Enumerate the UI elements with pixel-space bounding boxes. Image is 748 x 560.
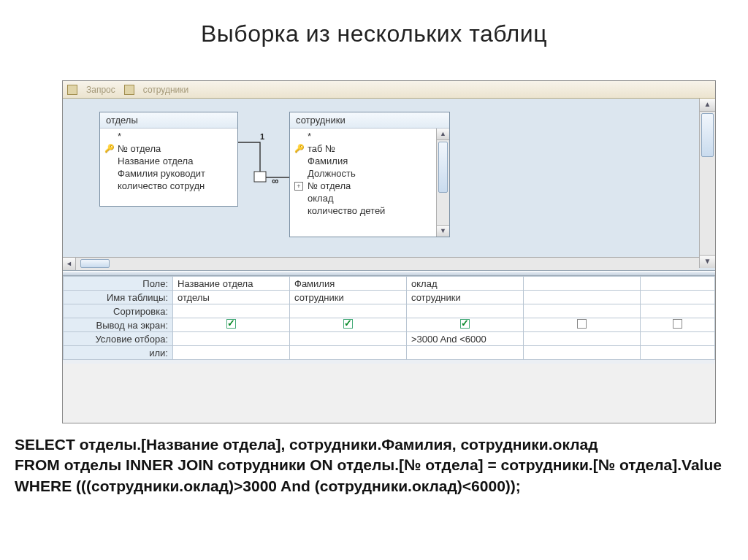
row-header: Сортировка: — [64, 304, 173, 318]
grid-cell[interactable]: сотрудники — [407, 291, 524, 304]
grid-cell[interactable] — [407, 346, 524, 360]
field-row[interactable]: Фамилия руководит — [103, 167, 234, 180]
field-row[interactable]: 🔑таб № — [293, 142, 433, 155]
tab-1[interactable]: Запрос — [86, 85, 115, 95]
table-title: отделы — [100, 112, 237, 129]
field-row[interactable]: +№ отдела — [293, 180, 433, 192]
grid-cell[interactable] — [290, 318, 407, 332]
scroll-down-icon[interactable]: ▼ — [437, 225, 449, 237]
tab-icon — [67, 85, 77, 95]
field-row[interactable]: оклад — [293, 192, 433, 204]
svg-rect-0 — [254, 172, 266, 182]
grid-cell[interactable] — [290, 346, 407, 360]
grid-cell[interactable] — [173, 346, 290, 360]
splitter[interactable] — [63, 271, 715, 276]
scroll-down-icon[interactable]: ▼ — [700, 255, 715, 268]
grid-row-criteria: Условие отбора: >3000 And <6000 — [64, 332, 715, 346]
grid-cell[interactable] — [173, 318, 290, 332]
field-row[interactable]: количество детей — [293, 204, 433, 217]
pane-hscrollbar[interactable]: ◄ — [63, 257, 699, 270]
scroll-thumb[interactable] — [701, 113, 714, 157]
grid-row-show: Вывод на экран: — [64, 318, 715, 332]
row-header: Поле: — [64, 277, 173, 291]
pane-vscrollbar[interactable]: ▲ ▼ — [699, 99, 715, 268]
field-row[interactable]: * — [293, 130, 433, 142]
grid-cell[interactable] — [641, 304, 715, 318]
show-checkbox[interactable] — [460, 319, 470, 329]
grid-cell[interactable] — [407, 304, 524, 318]
table-scrollbar[interactable]: ▲ ▼ — [436, 129, 449, 237]
grid-cell[interactable] — [641, 277, 715, 291]
grid-row-or: или: — [64, 346, 715, 360]
key-icon: 🔑 — [294, 144, 305, 153]
grid-row-sort: Сортировка: — [64, 304, 715, 318]
grid-cell[interactable] — [407, 318, 524, 332]
grid-cell[interactable] — [641, 346, 715, 360]
grid-cell[interactable] — [173, 304, 290, 318]
grid-row-table: Имя таблицы: отделы сотрудники сотрудник… — [64, 291, 715, 304]
field-row[interactable]: Должность — [293, 167, 433, 180]
row-header: Условие отбора: — [64, 332, 173, 346]
query-designer-window: Запрос сотрудники отделы * 🔑№ отдела Наз… — [62, 80, 716, 423]
tab-strip: Запрос сотрудники — [63, 81, 715, 99]
grid-cell[interactable] — [290, 332, 407, 346]
scroll-left-icon[interactable]: ◄ — [63, 258, 76, 270]
sql-text: SELECT отделы.[Название отдела], сотрудн… — [15, 434, 733, 496]
table-sotrudniki[interactable]: сотрудники * 🔑таб № Фамилия Должность +№… — [289, 112, 450, 237]
join-many-label: ∞ — [272, 175, 278, 186]
key-icon: 🔑 — [104, 144, 115, 153]
query-grid: Поле: Название отдела Фамилия оклад Имя … — [63, 276, 715, 364]
grid-cell[interactable] — [641, 318, 715, 332]
grid-cell[interactable]: сотрудники — [290, 291, 407, 304]
show-checkbox[interactable] — [577, 319, 587, 329]
grid-cell[interactable]: Название отдела — [173, 277, 290, 291]
sql-line: SELECT отделы.[Название отдела], сотрудн… — [15, 434, 733, 455]
tab-2[interactable]: сотрудники — [143, 85, 188, 95]
grid-cell[interactable] — [524, 277, 641, 291]
scroll-thumb[interactable] — [438, 142, 448, 193]
grid-cell[interactable] — [524, 346, 641, 360]
grid-cell[interactable] — [524, 291, 641, 304]
grid-row-field: Поле: Название отдела Фамилия оклад — [64, 277, 715, 291]
table-otdely[interactable]: отделы * 🔑№ отдела Название отдела Фамил… — [99, 112, 238, 207]
grid-cell[interactable]: отделы — [173, 291, 290, 304]
scroll-up-icon[interactable]: ▲ — [700, 99, 715, 112]
scroll-up-icon[interactable]: ▲ — [437, 129, 449, 140]
field-row[interactable]: Название отдела — [103, 155, 234, 167]
expand-icon[interactable]: + — [294, 182, 303, 191]
show-checkbox[interactable] — [343, 319, 353, 329]
grid-cell[interactable]: Фамилия — [290, 277, 407, 291]
row-header: или: — [64, 346, 173, 360]
field-row[interactable]: * — [103, 130, 234, 142]
slide-title: Выборка из нескольких таблиц — [0, 20, 748, 47]
grid-cell[interactable] — [173, 332, 290, 346]
grid-cell[interactable] — [524, 304, 641, 318]
relationship-pane[interactable]: отделы * 🔑№ отдела Название отдела Фамил… — [63, 99, 715, 271]
grid-cell[interactable] — [524, 332, 641, 346]
field-row[interactable]: 🔑№ отдела — [103, 142, 234, 155]
grid-cell[interactable]: оклад — [407, 277, 524, 291]
sql-line: FROM отделы INNER JOIN сотрудники ON отд… — [15, 455, 733, 475]
grid-cell[interactable] — [524, 318, 641, 332]
show-checkbox[interactable] — [673, 319, 682, 329]
join-one-label: 1 — [260, 132, 264, 141]
row-header: Имя таблицы: — [64, 291, 173, 304]
table-title: сотрудники — [290, 112, 449, 129]
field-row[interactable]: количество сотрудн — [103, 180, 234, 192]
grid-cell[interactable] — [641, 291, 715, 304]
grid-cell[interactable]: >3000 And <6000 — [407, 332, 524, 346]
tab-icon — [124, 85, 134, 95]
show-checkbox[interactable] — [226, 319, 236, 329]
grid-cell[interactable] — [641, 332, 715, 346]
sql-line: WHERE (((сотрудники.оклад)>3000 And (сот… — [15, 476, 733, 496]
row-header: Вывод на экран: — [64, 318, 173, 332]
grid-cell[interactable] — [290, 304, 407, 318]
scroll-thumb[interactable] — [80, 259, 110, 268]
field-row[interactable]: Фамилия — [293, 155, 433, 167]
